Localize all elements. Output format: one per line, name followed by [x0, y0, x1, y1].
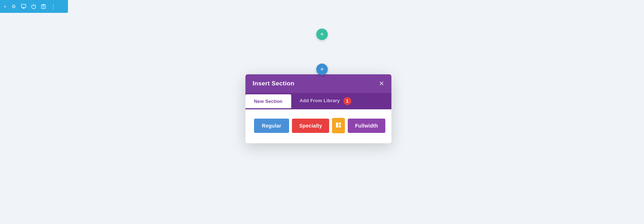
- delete-icon[interactable]: [41, 4, 46, 9]
- insert-section-modal: Insert Section ✕ New Section Add From Li…: [245, 74, 391, 143]
- add-section-top-button[interactable]: +: [316, 29, 328, 40]
- modal-title: Insert Section: [253, 80, 294, 87]
- regular-section-button[interactable]: Regular: [254, 119, 289, 133]
- svg-rect-4: [339, 123, 341, 125]
- settings-icon[interactable]: ⚙: [11, 4, 16, 9]
- modal-close-button[interactable]: ✕: [379, 80, 384, 87]
- specialty-icon-button[interactable]: [332, 118, 345, 133]
- fullwidth-section-button[interactable]: Fullwidth: [348, 119, 385, 133]
- svg-rect-3: [336, 123, 338, 128]
- modal-body: Regular Specialty Fullwidth: [245, 109, 391, 143]
- tab-new-section[interactable]: New Section: [245, 94, 291, 108]
- display-icon[interactable]: [21, 4, 26, 9]
- library-badge: 1: [343, 97, 351, 105]
- svg-rect-5: [339, 125, 341, 128]
- tab-add-from-library[interactable]: Add From Library 1: [291, 93, 360, 109]
- modal-tabs: New Section Add From Library 1: [245, 93, 391, 109]
- svg-rect-0: [21, 4, 26, 8]
- power-icon[interactable]: [31, 4, 36, 9]
- more-icon[interactable]: ⋮: [51, 4, 56, 9]
- toolbar: + ⚙ ⋮: [0, 0, 68, 13]
- svg-rect-1: [23, 8, 25, 9]
- svg-rect-2: [42, 5, 45, 9]
- modal-header: Insert Section ✕: [245, 74, 391, 93]
- specialty-section-button[interactable]: Specialty: [292, 119, 329, 133]
- add-section-mid-button[interactable]: +: [316, 64, 328, 75]
- add-icon[interactable]: +: [4, 4, 6, 9]
